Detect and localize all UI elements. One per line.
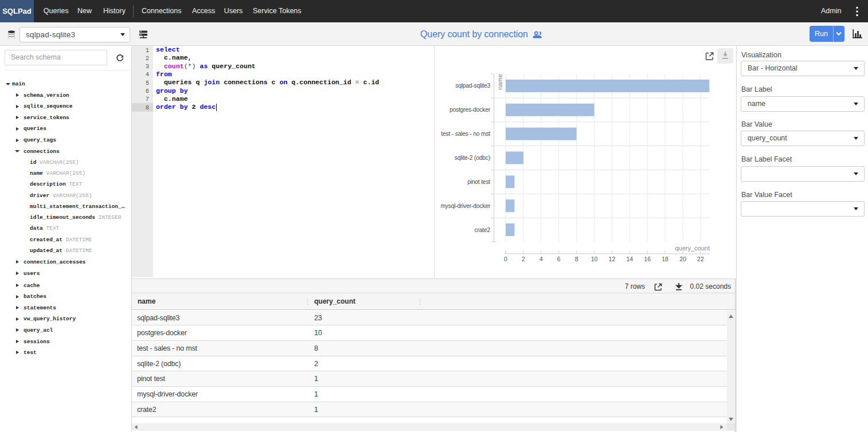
svg-text:sqlite-2 (odbc): sqlite-2 (odbc) [455,155,490,161]
svg-text:mysql-driver-docker: mysql-driver-docker [440,203,490,209]
svg-text:12: 12 [609,256,616,262]
svg-text:20: 20 [679,256,686,262]
svg-text:16: 16 [644,256,651,262]
svg-text:4: 4 [539,256,543,262]
svg-text:10: 10 [591,256,598,262]
svg-text:pinot test: pinot test [467,179,490,185]
svg-text:sqlpad-sqlite3: sqlpad-sqlite3 [455,83,490,89]
svg-text:0: 0 [504,256,507,262]
svg-text:2: 2 [522,256,525,262]
svg-text:name: name [496,74,503,90]
svg-text:crate2: crate2 [475,227,491,233]
svg-text:6: 6 [557,256,561,262]
svg-text:18: 18 [662,256,668,262]
svg-text:query_count: query_count [675,245,710,252]
svg-text:14: 14 [626,256,633,262]
svg-text:8: 8 [575,256,578,262]
svg-text:postgres-docker: postgres-docker [449,107,491,113]
svg-text:test - sales - no mst: test - sales - no mst [441,131,490,137]
svg-text:22: 22 [697,256,704,262]
